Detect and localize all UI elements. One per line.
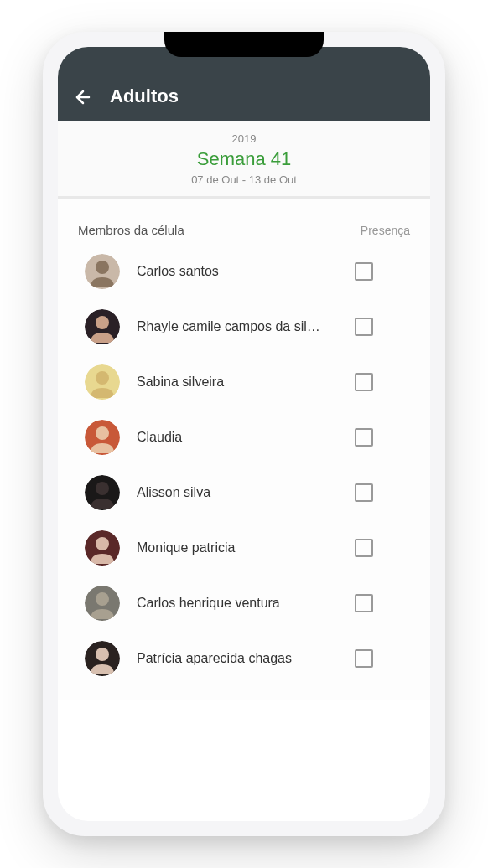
- phone-frame: Adultos 2019 Semana 41 07 de Out - 13 de…: [43, 32, 445, 836]
- member-name: Claudia: [137, 430, 338, 445]
- svg-point-4: [96, 316, 109, 329]
- member-row: Alisson silva: [78, 475, 410, 510]
- list-header: Membros da célula Presença: [78, 223, 410, 237]
- avatar: [85, 364, 120, 400]
- avatar: [85, 530, 120, 566]
- members-label: Membros da célula: [78, 223, 184, 237]
- presence-checkbox[interactable]: [355, 594, 373, 612]
- presence-checkbox[interactable]: [355, 428, 373, 447]
- svg-point-16: [96, 648, 109, 661]
- member-name: Sabina silveira: [137, 375, 338, 390]
- phone-notch: [164, 32, 324, 57]
- presence-checkbox[interactable]: [355, 483, 373, 502]
- avatar: [85, 254, 120, 289]
- arrow-left-icon: [73, 87, 93, 107]
- svg-point-10: [96, 482, 109, 495]
- avatar: [85, 420, 120, 455]
- avatar: [85, 641, 120, 676]
- week-header: 2019 Semana 41 07 de Out - 13 de Out: [58, 121, 430, 199]
- presence-checkbox[interactable]: [355, 539, 373, 557]
- presence-label: Presença: [361, 224, 410, 237]
- avatar: [85, 309, 120, 344]
- back-button[interactable]: [73, 87, 93, 107]
- member-row: Claudia: [78, 420, 410, 455]
- member-name: Patrícia aparecida chagas: [137, 651, 338, 666]
- date-range: 07 de Out - 13 de Out: [58, 173, 430, 186]
- presence-checkbox[interactable]: [355, 262, 373, 281]
- member-row: Sabina silveira: [78, 364, 410, 400]
- avatar: [85, 586, 120, 621]
- page-title: Adultos: [110, 85, 179, 107]
- member-name: Alisson silva: [137, 485, 338, 500]
- presence-checkbox[interactable]: [355, 373, 373, 391]
- content-area: Membros da célula Presença Carlos santos…: [58, 199, 430, 700]
- svg-point-2: [96, 261, 109, 274]
- svg-point-6: [96, 371, 109, 385]
- member-row: Rhayle camile campos da sil…: [78, 309, 410, 344]
- svg-point-14: [96, 592, 109, 606]
- member-row: Carlos henrique ventura: [78, 586, 410, 621]
- member-row: Monique patricia: [78, 530, 410, 566]
- year-label: 2019: [58, 132, 430, 145]
- member-list: Carlos santos Rhayle camile campos da si…: [78, 254, 410, 676]
- member-name: Carlos henrique ventura: [137, 596, 338, 611]
- week-title: Semana 41: [58, 148, 430, 170]
- app-bar: Adultos: [58, 47, 430, 121]
- member-name: Monique patricia: [137, 540, 338, 555]
- member-row: Patrícia aparecida chagas: [78, 641, 410, 676]
- svg-point-8: [96, 426, 109, 440]
- member-name: Carlos santos: [137, 264, 338, 279]
- svg-point-12: [96, 537, 109, 550]
- phone-screen: Adultos 2019 Semana 41 07 de Out - 13 de…: [58, 47, 430, 821]
- member-row: Carlos santos: [78, 254, 410, 289]
- presence-checkbox[interactable]: [355, 649, 373, 668]
- member-name: Rhayle camile campos da sil…: [137, 319, 338, 334]
- presence-checkbox[interactable]: [355, 318, 373, 336]
- avatar: [85, 475, 120, 510]
